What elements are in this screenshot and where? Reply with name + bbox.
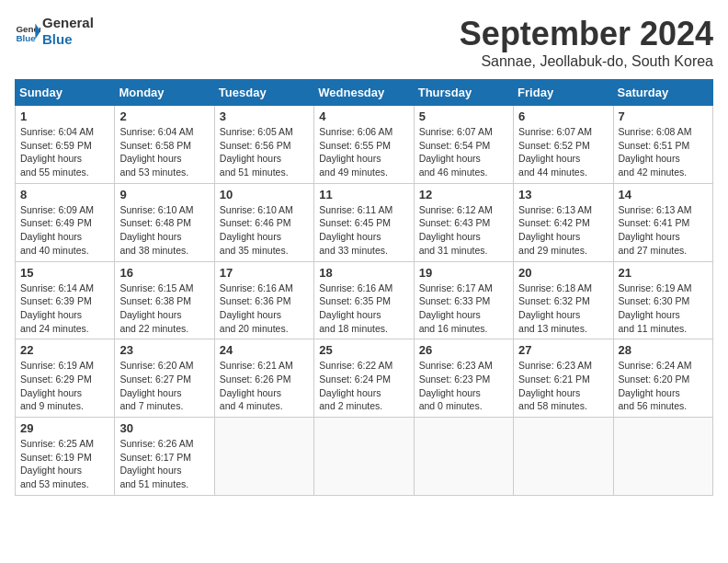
- calendar-cell: [314, 418, 414, 496]
- weekday-header-sunday: Sunday: [16, 80, 115, 106]
- day-info: Sunrise: 6:11 AMSunset: 6:45 PMDaylight …: [319, 203, 408, 258]
- calendar-cell: 12Sunrise: 6:12 AMSunset: 6:43 PMDayligh…: [414, 183, 513, 261]
- calendar-table: SundayMondayTuesdayWednesdayThursdayFrid…: [15, 79, 713, 496]
- day-number: 14: [619, 188, 708, 201]
- logo: General Blue General Blue: [15, 15, 94, 48]
- day-number: 3: [220, 109, 309, 123]
- day-number: 28: [619, 343, 708, 357]
- day-number: 19: [419, 266, 508, 280]
- day-info: Sunrise: 6:13 AMSunset: 6:41 PMDaylight …: [619, 203, 708, 258]
- day-number: 8: [20, 188, 109, 201]
- calendar-cell: 17Sunrise: 6:16 AMSunset: 6:36 PMDayligh…: [214, 261, 313, 339]
- day-number: 27: [518, 343, 608, 357]
- day-number: 10: [220, 188, 309, 201]
- day-number: 6: [518, 109, 608, 123]
- day-info: Sunrise: 6:07 AMSunset: 6:54 PMDaylight …: [419, 125, 508, 179]
- calendar-cell: 7Sunrise: 6:08 AMSunset: 6:51 PMDaylight…: [613, 106, 712, 184]
- day-info: Sunrise: 6:10 AMSunset: 6:48 PMDaylight …: [119, 203, 209, 258]
- day-info: Sunrise: 6:26 AMSunset: 6:17 PMDaylight …: [119, 437, 209, 491]
- day-info: Sunrise: 6:12 AMSunset: 6:43 PMDaylight …: [419, 203, 508, 258]
- month-title: September 2024: [460, 15, 713, 53]
- calendar-cell: 30Sunrise: 6:26 AMSunset: 6:17 PMDayligh…: [115, 418, 214, 496]
- calendar-cell: 6Sunrise: 6:07 AMSunset: 6:52 PMDaylight…: [514, 106, 613, 184]
- day-number: 30: [119, 421, 209, 435]
- calendar-cell: 13Sunrise: 6:13 AMSunset: 6:42 PMDayligh…: [514, 183, 613, 261]
- day-number: 17: [220, 266, 309, 280]
- day-number: 7: [619, 109, 708, 123]
- day-number: 21: [619, 266, 708, 280]
- day-number: 1: [20, 109, 109, 123]
- day-number: 29: [20, 421, 109, 435]
- calendar-cell: 5Sunrise: 6:07 AMSunset: 6:54 PMDaylight…: [414, 106, 513, 184]
- day-number: 15: [20, 266, 109, 280]
- day-number: 2: [119, 109, 209, 123]
- day-number: 25: [319, 343, 408, 357]
- weekday-header-wednesday: Wednesday: [314, 80, 414, 106]
- calendar-cell: 16Sunrise: 6:15 AMSunset: 6:38 PMDayligh…: [115, 261, 214, 339]
- day-number: 26: [419, 343, 508, 357]
- calendar-cell: 4Sunrise: 6:06 AMSunset: 6:55 PMDaylight…: [314, 106, 414, 184]
- calendar-cell: [414, 418, 513, 496]
- calendar-cell: [514, 418, 613, 496]
- svg-text:Blue: Blue: [16, 33, 36, 43]
- day-info: Sunrise: 6:23 AMSunset: 6:21 PMDaylight …: [518, 359, 608, 413]
- header: General Blue General Blue September 2024…: [15, 15, 713, 70]
- day-info: Sunrise: 6:19 AMSunset: 6:29 PMDaylight …: [20, 359, 109, 413]
- title-block: September 2024 Sannae, Jeollabuk-do, Sou…: [460, 15, 713, 70]
- calendar-cell: 9Sunrise: 6:10 AMSunset: 6:48 PMDaylight…: [115, 183, 214, 261]
- calendar-cell: 10Sunrise: 6:10 AMSunset: 6:46 PMDayligh…: [214, 183, 313, 261]
- day-info: Sunrise: 6:09 AMSunset: 6:49 PMDaylight …: [20, 203, 109, 258]
- calendar-cell: 3Sunrise: 6:05 AMSunset: 6:56 PMDaylight…: [214, 106, 313, 184]
- calendar-cell: 15Sunrise: 6:14 AMSunset: 6:39 PMDayligh…: [16, 261, 115, 339]
- day-number: 5: [419, 109, 508, 123]
- location-title: Sannae, Jeollabuk-do, South Korea: [460, 53, 713, 70]
- day-info: Sunrise: 6:14 AMSunset: 6:39 PMDaylight …: [20, 282, 109, 336]
- day-info: Sunrise: 6:18 AMSunset: 6:32 PMDaylight …: [518, 282, 608, 336]
- day-number: 18: [319, 266, 408, 280]
- day-number: 24: [220, 343, 309, 357]
- logo-line1: General: [42, 15, 94, 31]
- logo-line2: Blue: [42, 31, 94, 48]
- calendar-cell: 1Sunrise: 6:04 AMSunset: 6:59 PMDaylight…: [16, 106, 115, 184]
- day-info: Sunrise: 6:19 AMSunset: 6:30 PMDaylight …: [619, 282, 708, 336]
- day-info: Sunrise: 6:08 AMSunset: 6:51 PMDaylight …: [619, 125, 708, 179]
- calendar-cell: 8Sunrise: 6:09 AMSunset: 6:49 PMDaylight…: [16, 183, 115, 261]
- calendar-cell: 11Sunrise: 6:11 AMSunset: 6:45 PMDayligh…: [314, 183, 414, 261]
- day-info: Sunrise: 6:07 AMSunset: 6:52 PMDaylight …: [518, 125, 608, 179]
- calendar-cell: 27Sunrise: 6:23 AMSunset: 6:21 PMDayligh…: [514, 339, 613, 418]
- day-info: Sunrise: 6:21 AMSunset: 6:26 PMDaylight …: [220, 359, 309, 413]
- calendar-cell: 28Sunrise: 6:24 AMSunset: 6:20 PMDayligh…: [613, 339, 712, 418]
- day-info: Sunrise: 6:10 AMSunset: 6:46 PMDaylight …: [220, 203, 309, 258]
- day-info: Sunrise: 6:05 AMSunset: 6:56 PMDaylight …: [220, 125, 309, 179]
- day-info: Sunrise: 6:20 AMSunset: 6:27 PMDaylight …: [119, 359, 209, 413]
- day-number: 23: [119, 343, 209, 357]
- calendar-cell: [214, 418, 313, 496]
- day-info: Sunrise: 6:23 AMSunset: 6:23 PMDaylight …: [419, 359, 508, 413]
- day-number: 16: [119, 266, 209, 280]
- day-number: 9: [119, 188, 209, 201]
- calendar-cell: 2Sunrise: 6:04 AMSunset: 6:58 PMDaylight…: [115, 106, 214, 184]
- day-number: 13: [518, 188, 608, 201]
- calendar-cell: 26Sunrise: 6:23 AMSunset: 6:23 PMDayligh…: [414, 339, 513, 418]
- calendar-cell: 23Sunrise: 6:20 AMSunset: 6:27 PMDayligh…: [115, 339, 214, 418]
- day-info: Sunrise: 6:06 AMSunset: 6:55 PMDaylight …: [319, 125, 408, 179]
- day-info: Sunrise: 6:04 AMSunset: 6:59 PMDaylight …: [20, 125, 109, 179]
- day-info: Sunrise: 6:15 AMSunset: 6:38 PMDaylight …: [119, 282, 209, 336]
- day-info: Sunrise: 6:04 AMSunset: 6:58 PMDaylight …: [119, 125, 209, 179]
- calendar-cell: 25Sunrise: 6:22 AMSunset: 6:24 PMDayligh…: [314, 339, 414, 418]
- day-info: Sunrise: 6:16 AMSunset: 6:35 PMDaylight …: [319, 282, 408, 336]
- calendar-cell: 29Sunrise: 6:25 AMSunset: 6:19 PMDayligh…: [16, 418, 115, 496]
- day-number: 22: [20, 343, 109, 357]
- calendar-cell: 24Sunrise: 6:21 AMSunset: 6:26 PMDayligh…: [214, 339, 313, 418]
- day-number: 20: [518, 266, 608, 280]
- calendar-cell: 20Sunrise: 6:18 AMSunset: 6:32 PMDayligh…: [514, 261, 613, 339]
- day-info: Sunrise: 6:16 AMSunset: 6:36 PMDaylight …: [220, 282, 309, 336]
- day-info: Sunrise: 6:25 AMSunset: 6:19 PMDaylight …: [20, 437, 109, 491]
- calendar-cell: 21Sunrise: 6:19 AMSunset: 6:30 PMDayligh…: [613, 261, 712, 339]
- calendar-cell: 14Sunrise: 6:13 AMSunset: 6:41 PMDayligh…: [613, 183, 712, 261]
- weekday-header-friday: Friday: [514, 80, 613, 106]
- weekday-header-thursday: Thursday: [414, 80, 513, 106]
- calendar-cell: [613, 418, 712, 496]
- day-info: Sunrise: 6:13 AMSunset: 6:42 PMDaylight …: [518, 203, 608, 258]
- day-number: 12: [419, 188, 508, 201]
